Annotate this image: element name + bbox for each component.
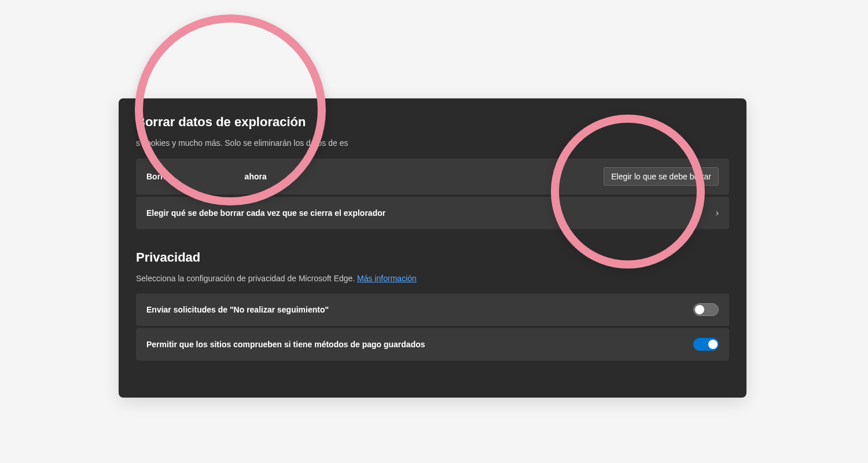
do-not-track-toggle[interactable]	[693, 303, 719, 316]
privacy-title: Privacidad	[136, 250, 729, 265]
clear-data-rows: Borra ahora Elegir lo que se debe borrar…	[136, 159, 729, 229]
clear-on-close-label: Elegir qué se debe borrar cada vez que s…	[146, 208, 385, 218]
payment-methods-toggle[interactable]	[693, 338, 719, 351]
do-not-track-label: Enviar solicitudes de "No realizar segui…	[146, 305, 329, 314]
toggle-knob	[695, 305, 704, 314]
chevron-right-icon: ›	[716, 208, 719, 218]
payment-methods-row: Permitir que los sitios comprueben si ti…	[136, 328, 729, 361]
clear-data-description: s cookies y mucho más. Solo se eliminará…	[136, 138, 729, 149]
clear-data-now-label: Borra ahora	[146, 172, 267, 181]
clear-on-close-row[interactable]: Elegir qué se debe borrar cada vez que s…	[136, 197, 729, 229]
privacy-rows: Enviar solicitudes de "No realizar segui…	[136, 293, 729, 361]
do-not-track-row: Enviar solicitudes de "No realizar segui…	[136, 293, 729, 326]
clear-data-title: Borrar datos de exploración	[136, 115, 729, 130]
clear-data-now-row: Borra ahora Elegir lo que se debe borrar	[136, 159, 729, 194]
more-info-link[interactable]: Más información	[357, 274, 417, 283]
choose-what-to-clear-button[interactable]: Elegir lo que se debe borrar	[604, 167, 719, 186]
settings-panel: Borrar datos de exploración s cookies y …	[119, 98, 746, 398]
toggle-knob	[708, 340, 718, 349]
payment-methods-label: Permitir que los sitios comprueben si ti…	[146, 340, 425, 349]
privacy-description: Selecciona la configuración de privacida…	[136, 273, 729, 285]
